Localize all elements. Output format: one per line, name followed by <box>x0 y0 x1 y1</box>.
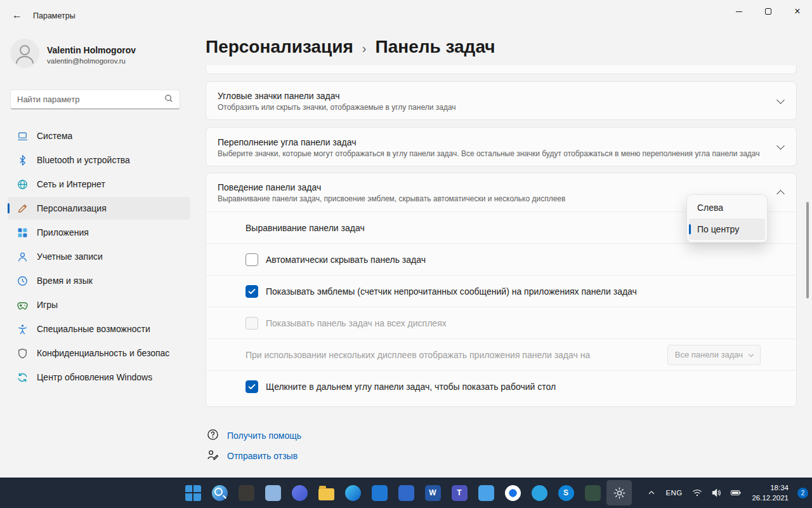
sidebar-item-gaming[interactable]: Игры <box>8 293 190 316</box>
settings-gear-icon[interactable] <box>606 480 632 505</box>
far-corner-checkbox[interactable] <box>246 380 258 393</box>
sidebar-item-privacy[interactable]: Конфиденциальность и безопас <box>8 342 190 364</box>
far-corner-label: Щелкните в дальнем углу панели задач, чт… <box>266 382 556 392</box>
search-input[interactable] <box>17 95 164 104</box>
card-title: Угловые значки панели задач <box>218 91 778 101</box>
all-displays-row: Показывать панель задач на всех дисплеях <box>206 307 796 338</box>
profile-name: Valentin Holmogorov <box>47 45 136 55</box>
get-help-label: Получить помощь <box>227 431 301 441</box>
chevron-up-icon <box>776 190 785 198</box>
volume-icon[interactable] <box>708 488 724 498</box>
system-icon <box>16 131 28 142</box>
card-subtitle: Отобразить или скрыть значки, отображаем… <box>218 103 778 112</box>
word-icon[interactable]: W <box>420 480 445 505</box>
sidebar-item-accessibility[interactable]: Специальные возможности <box>8 318 190 340</box>
multi-display-row: При использовании нескольких дисплеев от… <box>206 338 796 370</box>
sidebar-item-time-language[interactable]: Время и язык <box>8 269 190 292</box>
all-displays-checkbox <box>246 317 258 330</box>
photos-icon[interactable] <box>473 480 499 505</box>
taskbar-apps: WTS <box>180 480 632 505</box>
badges-label: Показывать эмблемы (счетчик непрочитанны… <box>266 286 637 297</box>
skype-icon[interactable]: S <box>553 480 579 505</box>
mail-icon[interactable] <box>393 480 419 505</box>
file-explorer-icon[interactable] <box>313 480 339 505</box>
maximize-button[interactable] <box>754 0 783 23</box>
dropdown-option-left[interactable]: Слева <box>689 197 765 218</box>
send-feedback-link[interactable]: Отправить отзыв <box>207 448 298 464</box>
edge-icon[interactable] <box>340 480 365 505</box>
profile[interactable]: Valentin Holmogorov valentin@holmogorov.… <box>10 39 136 70</box>
badges-checkbox[interactable] <box>246 285 258 298</box>
teams-icon[interactable]: T <box>447 480 472 505</box>
task-view-icon[interactable] <box>260 480 285 505</box>
sidebar-item-label: Конфиденциальность и безопас <box>37 348 169 358</box>
sidebar-item-apps[interactable]: Приложения <box>8 221 190 244</box>
taskbar-corner-icons-card: Угловые значки панели задач Отобразить и… <box>206 81 797 120</box>
back-button[interactable]: ← <box>8 6 27 24</box>
store-icon[interactable] <box>367 480 392 505</box>
search-box[interactable] <box>10 90 180 109</box>
apps-icon <box>16 227 28 238</box>
minimize-icon <box>736 11 742 12</box>
tray-chevron-up-icon[interactable] <box>644 488 659 497</box>
personalization-icon <box>16 203 28 214</box>
card-subtitle: Выберите значки, которые могут отображат… <box>218 149 778 158</box>
sidebar-item-windows-update[interactable]: Центр обновления Windows <box>8 366 190 389</box>
time-language-icon <box>16 276 28 286</box>
telegram-icon[interactable] <box>527 480 552 505</box>
alignment-label: Выравнивание панели задач <box>246 223 761 233</box>
taskbar-corner-overflow-header[interactable]: Переполнение угла панели задач Выберите … <box>206 128 796 167</box>
close-button[interactable]: × <box>783 0 812 23</box>
sidebar-item-personalization[interactable]: Персонализация <box>8 197 190 220</box>
system-tray: ENG 18:34 26.12.2021 2 <box>644 478 808 508</box>
privacy-icon <box>16 348 28 359</box>
search-icon[interactable] <box>207 480 232 505</box>
auto-hide-checkbox[interactable] <box>246 253 258 266</box>
multi-display-label: При использовании нескольких дисплеев от… <box>246 350 667 360</box>
tray-date: 26.12.2021 <box>752 493 789 503</box>
notification-badge[interactable]: 2 <box>797 488 808 498</box>
card-title: Поведение панели задач <box>218 182 778 192</box>
multi-display-select: Все панели задач <box>667 345 761 365</box>
taskbar-corner-overflow-card: Переполнение угла панели задач Выберите … <box>206 127 797 166</box>
tray-time: 18:34 <box>752 483 789 493</box>
battery-icon[interactable] <box>727 488 745 498</box>
chrome-icon[interactable] <box>500 480 525 505</box>
app-icon-dark[interactable] <box>233 480 259 505</box>
clock[interactable]: 18:34 26.12.2021 <box>747 483 793 503</box>
sidebar-item-label: Система <box>37 131 72 141</box>
accounts-icon <box>16 251 28 262</box>
dropdown-option-center[interactable]: По центру <box>689 218 765 240</box>
maximize-icon <box>765 8 771 15</box>
card-title: Переполнение угла панели задач <box>218 137 778 147</box>
sidebar-item-label: Игры <box>37 300 58 310</box>
badges-row: Показывать эмблемы (счетчик непрочитанны… <box>206 275 796 307</box>
accessibility-icon <box>16 324 28 335</box>
breadcrumb-parent[interactable]: Персонализация <box>206 37 353 57</box>
wifi-icon[interactable] <box>689 488 705 498</box>
language-indicator[interactable]: ENG <box>662 489 687 497</box>
sidebar-item-label: Приложения <box>37 227 89 237</box>
sidebar-item-network[interactable]: Сеть и Интернет <box>8 173 190 196</box>
sidebar-item-label: Учетные записи <box>37 251 103 262</box>
sidebar-item-label: Центр обновления Windows <box>37 372 152 382</box>
card-partial-scrolled <box>206 65 797 74</box>
widgets-icon[interactable] <box>287 480 312 505</box>
get-help-link[interactable]: Получить помощь <box>207 428 301 443</box>
sidebar-item-accounts[interactable]: Учетные записи <box>8 245 190 268</box>
sidebar-item-system[interactable]: Система <box>8 124 190 147</box>
chevron-down-icon <box>776 142 785 150</box>
network-icon <box>16 179 28 190</box>
feedback-icon <box>207 449 219 464</box>
sidebar: Valentin Holmogorov valentin@holmogorov.… <box>0 30 198 478</box>
minimize-button[interactable] <box>724 0 754 23</box>
start-button[interactable] <box>180 480 206 505</box>
search-icon <box>164 94 173 105</box>
sidebar-item-bluetooth[interactable]: Bluetooth и устройства <box>8 149 190 171</box>
titlebar: ← Параметры × <box>0 0 812 30</box>
taskbar-corner-icons-header[interactable]: Угловые значки панели задач Отобразить и… <box>206 82 796 121</box>
gaming-icon <box>16 300 28 311</box>
app-icon-green[interactable] <box>580 480 605 505</box>
auto-hide-row: Автоматически скрывать панель задач <box>206 243 796 275</box>
scrollbar-thumb[interactable] <box>806 202 809 298</box>
